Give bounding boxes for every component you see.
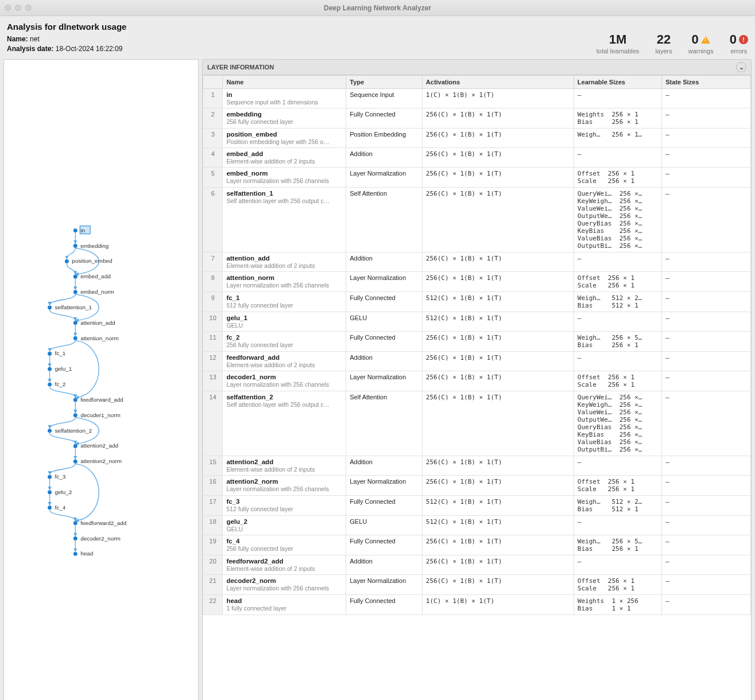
cell-learnable: Weigh… 512 × 2… Bias 512 × 1 xyxy=(574,496,661,516)
table-row[interactable]: 8attention_normLayer normalization with … xyxy=(203,272,751,292)
cell-state: – xyxy=(662,496,751,516)
table-row[interactable]: 22head1 fully connected layerFully Conne… xyxy=(203,595,751,615)
table-row[interactable]: 12feedforward_addElement-wise addition o… xyxy=(203,352,751,371)
table-row[interactable]: 20feedforward2_addElement-wise addition … xyxy=(203,555,751,575)
graph-node[interactable] xyxy=(73,275,78,279)
cell-name: embed_addElement-wise addition of 2 inpu… xyxy=(223,148,346,168)
graph-node[interactable] xyxy=(73,536,78,540)
cell-state: – xyxy=(662,371,751,391)
graph-node-label: fc_4 xyxy=(55,504,65,511)
graph-node[interactable] xyxy=(73,521,78,525)
cell-activations: 256(C) × 1(B) × 1(T) xyxy=(422,476,574,496)
cell-activations: 256(C) × 1(B) × 1(T) xyxy=(422,129,574,148)
graph-node[interactable] xyxy=(48,367,52,371)
col-index[interactable] xyxy=(203,76,223,89)
cell-learnable: Offset 256 × 1 Scale 256 × 1 xyxy=(574,168,661,188)
network-graph[interactable]: inembeddingposition_embedembed_addembed_… xyxy=(4,60,198,700)
cell-state: – xyxy=(662,516,751,535)
row-index: 1 xyxy=(203,89,223,108)
graph-node[interactable] xyxy=(48,383,52,387)
cell-type: GELU xyxy=(346,516,423,535)
graph-node[interactable] xyxy=(73,398,78,402)
graph-node-label: attention2_norm xyxy=(80,458,122,464)
table-row[interactable]: 1inSequence input with 1 dimensionsSeque… xyxy=(203,89,751,108)
cell-learnable: – xyxy=(574,312,661,332)
graph-node[interactable] xyxy=(73,460,78,464)
graph-node[interactable] xyxy=(48,352,52,356)
col-type[interactable]: Type xyxy=(346,76,423,89)
table-row[interactable]: 4embed_addElement-wise addition of 2 inp… xyxy=(203,148,751,168)
table-row[interactable]: 2embedding256 fully connected layerFully… xyxy=(203,108,751,129)
cell-type: Layer Normalization xyxy=(346,371,423,391)
cell-state: – xyxy=(662,352,751,371)
graph-node-label: in xyxy=(80,227,85,234)
table-row[interactable]: 11fc_2256 fully connected layerFully Con… xyxy=(203,332,751,352)
table-row[interactable]: 15attention2_addElement-wise addition of… xyxy=(203,456,751,476)
table-row[interactable]: 21decoder2_normLayer normalization with … xyxy=(203,575,751,595)
graph-node[interactable] xyxy=(73,244,78,248)
window-titlebar: Deep Learning Network Analyzer xyxy=(0,0,755,16)
graph-node-label: position_embed xyxy=(72,258,112,264)
cell-state: – xyxy=(662,555,751,575)
collapse-icon[interactable]: ⌄ xyxy=(736,62,746,72)
graph-node[interactable] xyxy=(73,321,78,325)
graph-node-label: fc_3 xyxy=(55,473,65,480)
graph-node[interactable] xyxy=(73,228,78,232)
summary-stats: 1M total learnables 22 layers 0 warnings… xyxy=(597,22,748,55)
table-row[interactable]: 6selfattention_1Self attention layer wit… xyxy=(203,188,751,252)
table-row[interactable]: 13decoder1_normLayer normalization with … xyxy=(203,371,751,391)
cell-activations: 512(C) × 1(B) × 1(T) xyxy=(422,292,574,312)
graph-node[interactable] xyxy=(73,290,78,294)
table-row[interactable]: 10gelu_1GELUGELU512(C) × 1(B) × 1(T)–– xyxy=(203,312,751,332)
graph-node[interactable] xyxy=(48,429,52,433)
row-index: 17 xyxy=(203,496,223,516)
table-row[interactable]: 3position_embedPosition embedding layer … xyxy=(203,129,751,148)
graph-node[interactable] xyxy=(73,444,78,448)
stat-warnings: 0 warnings xyxy=(688,32,714,55)
col-name[interactable]: Name xyxy=(223,76,346,89)
cell-state: – xyxy=(662,148,751,168)
graph-node[interactable] xyxy=(48,305,52,309)
col-state[interactable]: State Sizes xyxy=(662,76,751,89)
cell-type: Layer Normalization xyxy=(346,575,423,595)
graph-node[interactable] xyxy=(73,552,78,556)
graph-node-label: feedforward2_add xyxy=(80,520,126,526)
cell-activations: 256(C) × 1(B) × 1(T) xyxy=(422,555,574,575)
cell-name: fc_4256 fully connected layer xyxy=(223,535,346,555)
table-row[interactable]: 17fc_3512 fully connected layerFully Con… xyxy=(203,496,751,516)
cell-type: Layer Normalization xyxy=(346,272,423,292)
col-learnable[interactable]: Learnable Sizes xyxy=(574,76,661,89)
cell-activations: 256(C) × 1(B) × 1(T) xyxy=(422,148,574,168)
table-row[interactable]: 16attention2_normLayer normalization wit… xyxy=(203,476,751,496)
graph-node[interactable] xyxy=(65,259,69,263)
table-row[interactable]: 19fc_4256 fully connected layerFully Con… xyxy=(203,535,751,555)
table-row[interactable]: 7attention_addElement-wise addition of 2… xyxy=(203,252,751,272)
table-row[interactable]: 18gelu_2GELUGELU512(C) × 1(B) × 1(T)–– xyxy=(203,516,751,535)
col-activations[interactable]: Activations xyxy=(422,76,574,89)
graph-node-label: decoder2_norm xyxy=(80,535,121,542)
table-row[interactable]: 9fc_1512 fully connected layerFully Conn… xyxy=(203,292,751,312)
graph-node[interactable] xyxy=(48,491,52,495)
cell-learnable: Offset 256 × 1 Scale 256 × 1 xyxy=(574,476,661,496)
graph-node[interactable] xyxy=(73,413,78,417)
cell-learnable: Weigh… 256 × 5… Bias 256 × 1 xyxy=(574,535,661,555)
graph-node[interactable] xyxy=(73,336,78,340)
network-name-row: Name: net xyxy=(7,35,126,43)
table-row[interactable]: 5embed_normLayer normalization with 256 … xyxy=(203,168,751,188)
cell-activations: 256(C) × 1(B) × 1(T) xyxy=(422,168,574,188)
row-index: 13 xyxy=(203,371,223,391)
cell-type: Fully Connected xyxy=(346,595,423,615)
cell-name: attention_normLayer normalization with 2… xyxy=(223,272,346,292)
cell-activations: 256(C) × 1(B) × 1(T) xyxy=(422,456,574,476)
cell-activations: 256(C) × 1(B) × 1(T) xyxy=(422,352,574,371)
row-index: 10 xyxy=(203,312,223,332)
graph-node[interactable] xyxy=(48,505,52,510)
cell-activations: 1(C) × 1(B) × 1(T) xyxy=(422,89,574,108)
section-title: LAYER INFORMATION xyxy=(207,64,274,71)
row-index: 2 xyxy=(203,108,223,129)
graph-node-label: gelu_1 xyxy=(55,365,72,372)
table-row[interactable]: 14selfattention_2Self attention layer wi… xyxy=(203,391,751,456)
row-index: 12 xyxy=(203,352,223,371)
network-graph-panel[interactable]: inembeddingposition_embedembed_addembed_… xyxy=(3,59,199,700)
graph-node[interactable] xyxy=(48,475,52,479)
